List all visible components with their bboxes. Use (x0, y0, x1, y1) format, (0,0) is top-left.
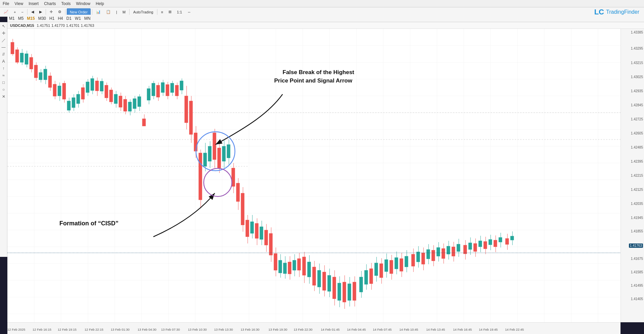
svg-rect-192 (302, 257, 306, 275)
svg-rect-303 (494, 240, 497, 247)
time-label-0: 12 Feb 2025 (7, 328, 25, 331)
tf-w1[interactable]: W1 (73, 15, 83, 21)
tf-m1[interactable]: M1 (7, 15, 16, 21)
ellipse-tool[interactable]: ○ (0, 86, 7, 93)
delete-tool[interactable]: ✕ (0, 93, 7, 100)
hline-tool[interactable]: — (0, 44, 7, 51)
svg-rect-282 (457, 244, 460, 252)
arrow-tool[interactable]: ↑ (0, 65, 7, 72)
price-1.43215: 1.43215 (631, 61, 643, 65)
rect-tool[interactable]: □ (0, 79, 7, 86)
svg-rect-297 (484, 241, 487, 249)
menu-bar: File View Insert Charts Tools Window Hel… (0, 0, 644, 7)
svg-rect-97 (138, 97, 141, 107)
channel-tool[interactable]: // (0, 51, 7, 58)
time-label-3: 12 Feb 22:15 (85, 328, 103, 331)
fibonacci-tool[interactable]: ≈ (0, 72, 7, 79)
svg-rect-113 (175, 85, 179, 96)
price-scale: 1.43385 1.43295 1.43215 1.43025 1.42935 … (621, 29, 644, 322)
price-1.41405: 1.41405 (631, 297, 643, 301)
svg-rect-219 (348, 284, 351, 300)
tf-h4[interactable]: H4 (56, 15, 64, 21)
price-1.42035: 1.42035 (631, 202, 643, 206)
price-1.42935: 1.42935 (631, 89, 643, 93)
price-1.43025: 1.43025 (631, 75, 643, 79)
time-label-17: 14 Feb 16:45 (453, 328, 472, 331)
svg-rect-177 (279, 260, 282, 273)
svg-rect-53 (34, 65, 38, 78)
time-label-11: 13 Feb 22:30 (294, 328, 312, 331)
svg-rect-81 (100, 81, 103, 91)
svg-rect-225 (359, 277, 363, 292)
svg-rect-231 (369, 269, 373, 284)
menu-help[interactable]: Help (93, 1, 107, 7)
tf-h1[interactable]: H1 (48, 15, 56, 21)
svg-rect-195 (307, 262, 311, 277)
time-label-6: 13 Feb 07:30 (161, 328, 180, 331)
price-1.41855: 1.41855 (631, 229, 643, 233)
svg-rect-180 (283, 263, 287, 274)
left-toolbar: ↖ ✛ ／ — // A ↑ ≈ □ ○ ✕ (0, 22, 7, 257)
svg-rect-261 (422, 253, 425, 264)
svg-rect-67 (67, 101, 70, 110)
svg-rect-91 (123, 99, 127, 111)
time-label-1: 12 Feb 16:15 (33, 328, 51, 331)
svg-rect-71 (77, 94, 80, 104)
price-1.42605: 1.42605 (631, 131, 643, 135)
tf-d1[interactable]: D1 (65, 15, 73, 21)
tf-m5[interactable]: M5 (16, 15, 26, 21)
time-label-15: 14 Feb 10:45 (399, 328, 418, 331)
svg-rect-159 (250, 222, 254, 233)
tf-m30[interactable]: M30 (37, 15, 48, 21)
svg-rect-207 (328, 275, 331, 291)
price-1.42125: 1.42125 (631, 188, 643, 191)
time-label-7: 13 Feb 10:30 (188, 328, 207, 331)
time-label-16: 14 Feb 13:45 (426, 328, 445, 331)
symbol-bar: USDCAD,M15 1.41751 1.41770 1.41701 1.417… (7, 22, 644, 29)
cursor-tool[interactable]: ↖ (0, 23, 7, 30)
svg-rect-43 (11, 42, 14, 54)
svg-rect-237 (380, 264, 383, 278)
svg-rect-279 (452, 247, 455, 256)
svg-rect-77 (91, 78, 94, 91)
chart-canvas: .grid-line { stroke: #e8e8e8; stroke-wid… (7, 29, 621, 322)
svg-rect-99 (142, 119, 146, 126)
svg-rect-79 (95, 81, 99, 91)
price-low: 1.41701 (66, 23, 80, 27)
svg-rect-165 (260, 227, 263, 239)
svg-rect-120 (189, 101, 193, 134)
svg-point-317 (204, 168, 232, 197)
menu-tools[interactable]: Tools (59, 1, 73, 7)
svg-rect-101 (147, 89, 150, 100)
svg-rect-111 (170, 83, 174, 93)
crosshair-tool[interactable]: ✛ (0, 30, 7, 37)
menu-view[interactable]: View (12, 1, 26, 7)
svg-rect-57 (44, 69, 47, 80)
svg-rect-144 (227, 145, 230, 158)
svg-rect-264 (427, 249, 430, 259)
svg-rect-109 (166, 85, 169, 96)
time-label-19: 14 Feb 22:45 (505, 328, 524, 331)
tf-m15[interactable]: M15 (25, 15, 36, 21)
menu-charts[interactable]: Charts (41, 1, 58, 7)
svg-rect-210 (333, 277, 336, 299)
time-label-18: 14 Feb 19:45 (479, 328, 498, 331)
svg-rect-162 (255, 223, 258, 238)
menu-window[interactable]: Window (73, 1, 93, 7)
price-open: 1.41751 (37, 23, 50, 27)
svg-rect-126 (199, 153, 202, 200)
svg-rect-201 (317, 270, 321, 287)
svg-rect-306 (499, 237, 502, 242)
svg-rect-150 (236, 183, 240, 202)
svg-rect-291 (474, 243, 477, 252)
price-1.42395: 1.42395 (631, 160, 643, 163)
menu-insert[interactable]: Insert (26, 1, 41, 7)
time-label-10: 13 Feb 19:30 (268, 328, 287, 331)
text-tool[interactable]: A (0, 58, 7, 65)
tf-mn[interactable]: MN (83, 15, 92, 21)
svg-rect-309 (505, 238, 509, 244)
time-label-13: 14 Feb 04:45 (347, 328, 366, 331)
menu-file[interactable]: File (0, 1, 12, 7)
line-tool[interactable]: ／ (0, 37, 7, 44)
svg-rect-132 (208, 146, 211, 161)
